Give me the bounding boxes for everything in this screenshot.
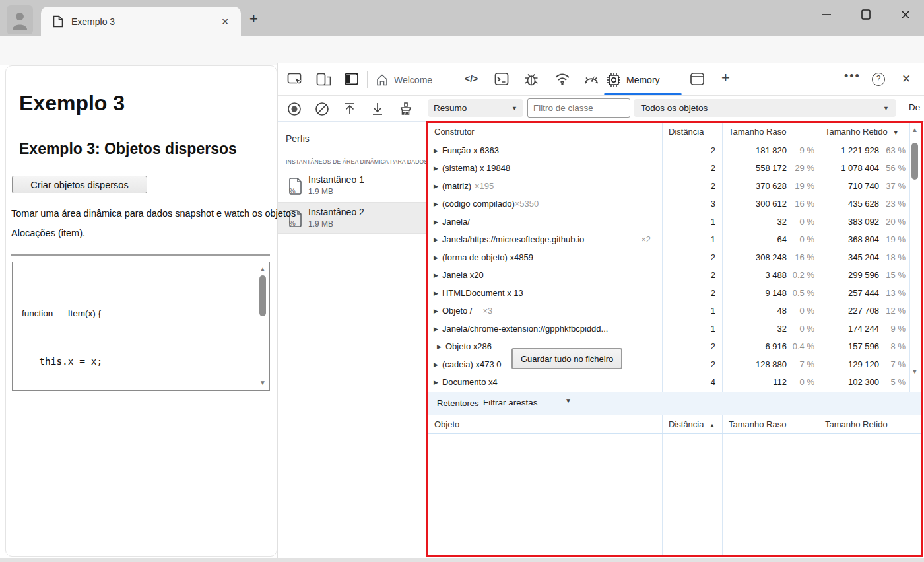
scroll-up-icon[interactable]: ▲: [909, 125, 920, 135]
tab-application-icon[interactable]: [690, 72, 705, 86]
table-row[interactable]: ▶(cadeia) x473 02128 8807 %129 1207 %: [428, 355, 921, 373]
objects-scope-select[interactable]: Todos os objetos ▼: [634, 99, 896, 117]
perspective-select[interactable]: Resumo ▼: [428, 99, 523, 117]
tab-network-icon[interactable]: [554, 72, 571, 86]
clear-all-brush-icon[interactable]: [398, 102, 414, 116]
table-row[interactable]: ▶Janela/chrome-extension://gpphkfbcpiddd…: [428, 320, 921, 337]
header-retained-size[interactable]: Tamanho Retido: [825, 419, 888, 429]
header-retained-size[interactable]: Tamanho Retido▼: [825, 127, 899, 137]
table-row[interactable]: ▶(sistema) x 198482558 17229 %1 078 4045…: [428, 159, 921, 177]
inspect-element-icon[interactable]: [287, 72, 303, 87]
tab-console-icon[interactable]: [494, 72, 509, 86]
snapshot-item-2-selected[interactable]: % Instantâneo 2 1.9 MB: [278, 202, 426, 234]
expand-arrow-icon[interactable]: ▶: [434, 236, 438, 243]
class-filter-input[interactable]: [527, 98, 630, 118]
table-row[interactable]: ▶Janela/1320 %383 09220 %: [428, 213, 921, 230]
window-maximize-button[interactable]: [859, 8, 873, 21]
browser-tab[interactable]: Exemplo 3 ✕: [41, 7, 241, 36]
shallow-value: 32: [722, 217, 787, 227]
header-object[interactable]: Objeto: [434, 419, 459, 429]
filter-edges-select[interactable]: Filtrar arestas: [483, 398, 538, 407]
save-profile-icon[interactable]: [370, 102, 385, 116]
retained-value: 1 078 404: [820, 163, 879, 173]
shallow-percent: 16 %: [787, 252, 820, 262]
table-row[interactable]: ▶Função x 63632181 8209 %1 221 92863 %: [428, 141, 921, 159]
clear-icon[interactable]: [315, 102, 329, 116]
browser-navbar: https://microsoftedge.github.io/Demos/de…: [0, 36, 924, 65]
snapshot-size: 1.9 MB: [308, 219, 333, 228]
more-tabs-button[interactable]: +: [721, 69, 730, 87]
tab-memory[interactable]: Memory: [607, 68, 660, 92]
scroll-thumb[interactable]: [911, 143, 918, 180]
device-emulation-icon[interactable]: [316, 72, 332, 87]
page-subtitle: Exemplo 3: Objetos dispersos: [19, 140, 237, 158]
expand-arrow-icon[interactable]: ▶: [434, 308, 438, 314]
distance-value: 4: [662, 373, 722, 391]
devtools-menu-icon[interactable]: •••: [844, 69, 861, 83]
expand-arrow-icon[interactable]: ▶: [437, 343, 442, 350]
scroll-up-icon[interactable]: ▲: [257, 265, 268, 274]
retained-value: 257 444: [820, 288, 879, 298]
create-objects-button[interactable]: Criar objetos dispersos: [12, 176, 147, 193]
expand-arrow-icon[interactable]: ▶: [434, 201, 438, 207]
window-close-button[interactable]: [899, 8, 912, 21]
scroll-thumb[interactable]: [259, 275, 266, 316]
table-row[interactable]: ▶Janela x2023 4880.2 %299 59615 %: [428, 266, 921, 284]
expand-arrow-icon[interactable]: ▶: [434, 254, 438, 261]
table-row[interactable]: ▶Objeto /×31480 %227 70812 %: [428, 302, 921, 320]
scroll-down-icon[interactable]: ▼: [257, 378, 268, 388]
scroll-down-icon[interactable]: ▼: [909, 367, 920, 376]
expand-arrow-icon[interactable]: ▶: [434, 219, 438, 225]
table-scrollbar[interactable]: ▲ ▼: [909, 124, 920, 387]
window-minimize-button[interactable]: [820, 8, 833, 21]
help-icon[interactable]: ?: [872, 73, 885, 86]
expand-arrow-icon[interactable]: ▶: [434, 272, 438, 279]
tab-close-icon[interactable]: ✕: [217, 15, 233, 28]
tab-welcome-label: Welcome: [394, 75, 432, 85]
save-to-file-button[interactable]: Guardar tudo no ficheiro: [512, 348, 622, 369]
chevron-down-icon: ▼: [883, 105, 889, 112]
header-constructor[interactable]: Construtor: [434, 127, 475, 137]
load-profile-icon[interactable]: [343, 102, 357, 116]
header-shallow-size[interactable]: Tamanho Raso: [729, 419, 786, 429]
devtools-close-icon[interactable]: ✕: [902, 72, 911, 86]
header-distance[interactable]: Distância▲: [669, 419, 715, 429]
snapshot-item-1[interactable]: % Instantâneo 1 1.9 MB: [278, 170, 426, 202]
table-row[interactable]: ▶(matriz)×1952370 62819 %710 74037 %: [428, 177, 921, 195]
table-row[interactable]: ▶Objeto x28626 9160.4 %157 5968 %: [428, 337, 921, 355]
retained-value: 345 204: [820, 252, 879, 262]
sort-asc-icon: ▲: [709, 422, 715, 429]
tab-debug-icon[interactable]: [523, 72, 539, 87]
tab-performance-icon[interactable]: [583, 72, 600, 86]
tab-sources-icon[interactable]: </>: [465, 73, 478, 84]
distance-value: 1: [662, 230, 722, 248]
expand-arrow-icon[interactable]: ▶: [434, 165, 438, 172]
code-scrollbar[interactable]: ▲ ▼: [257, 263, 268, 389]
profiles-sidebar: Perfis INSTANTÂNEOS DE ÁREA DINÂMICA PAR…: [278, 122, 426, 558]
constructor-name: Janela/https://microsoftedge.github.io: [442, 234, 584, 244]
expand-arrow-icon[interactable]: ▶: [434, 290, 438, 297]
profiles-section-label: INSTANTÂNEOS DE ÁREA DINÂMICA PARA DADOS: [286, 158, 428, 165]
expand-arrow-icon[interactable]: ▶: [434, 379, 438, 386]
record-icon[interactable]: [287, 102, 302, 116]
table-row[interactable]: ▶Documento x441120 %102 3005 %: [428, 373, 921, 391]
snapshot-name: Instantâneo 1: [308, 174, 364, 185]
expand-arrow-icon[interactable]: ▶: [434, 361, 438, 368]
table-row[interactable]: ▶(código compilado)×53503300 61216 %435 …: [428, 195, 921, 213]
expand-arrow-icon[interactable]: ▶: [434, 147, 438, 154]
shallow-percent: 29 %: [787, 163, 820, 173]
profile-avatar[interactable]: [7, 5, 33, 34]
table-row[interactable]: ▶HTMLDocument x 1329 1480.5 %257 44413 %: [428, 284, 921, 302]
table-row[interactable]: ▶(forma de objeto) x48592308 24816 %345 …: [428, 248, 921, 266]
new-tab-button[interactable]: +: [249, 12, 258, 26]
expand-arrow-icon[interactable]: ▶: [434, 183, 438, 190]
header-shallow-size[interactable]: Tamanho Raso: [729, 127, 786, 137]
retained-value: 227 708: [820, 306, 879, 316]
window-bottom-edge: [0, 558, 924, 562]
header-distance[interactable]: Distância: [669, 127, 704, 137]
table-row[interactable]: ▶Janela/https://microsoftedge.github.io×…: [428, 230, 921, 248]
tab-welcome[interactable]: Welcome: [376, 68, 432, 92]
retained-percent: 13 %: [879, 288, 909, 298]
dock-side-icon[interactable]: [344, 72, 360, 87]
expand-arrow-icon[interactable]: ▶: [434, 326, 438, 332]
